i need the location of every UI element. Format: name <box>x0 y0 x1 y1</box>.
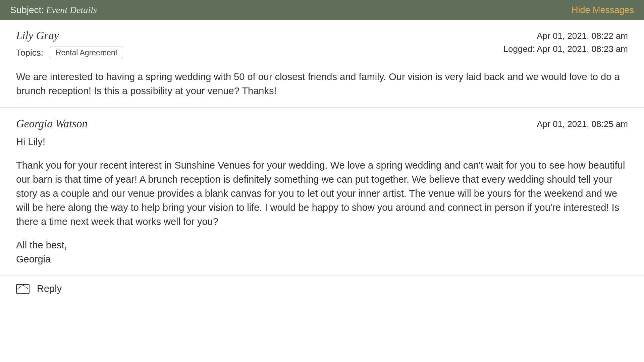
message-body: Hi Lily! Thank you for your recent inter… <box>16 135 628 266</box>
reply-button[interactable]: Reply <box>0 276 644 302</box>
message-timestamp: Apr 01, 2021, 08:25 am <box>537 118 628 131</box>
message-text: We are interested to having a spring wed… <box>16 70 628 98</box>
subject-label: Subject: <box>10 5 44 15</box>
topic-tag[interactable]: Rental Agreement <box>50 47 123 59</box>
message-timestamp: Apr 01, 2021, 08:22 am <box>503 29 628 43</box>
subject-value: Event Details <box>46 5 97 15</box>
reply-label: Reply <box>37 283 62 294</box>
timestamps: Apr 01, 2021, 08:25 am <box>537 118 628 131</box>
sender-topics-group: Lily Gray Topics: Rental Agreement <box>16 29 123 66</box>
message-item: Lily Gray Topics: Rental Agreement Apr 0… <box>0 20 644 108</box>
message-text: Thank you for your recent interest in Su… <box>16 158 628 229</box>
sender-name: Lily Gray <box>16 29 123 42</box>
message-logged-timestamp: Logged: Apr 01, 2021, 08:23 am <box>503 43 628 56</box>
message-body: We are interested to having a spring wed… <box>16 70 628 98</box>
mail-icon <box>16 284 30 294</box>
topics-row: Topics: Rental Agreement <box>16 47 123 59</box>
message-item: Georgia Watson Apr 01, 2021, 08:25 am Hi… <box>0 108 644 276</box>
message-signature: Georgia <box>16 252 628 266</box>
message-header: Georgia Watson Apr 01, 2021, 08:25 am <box>16 118 628 131</box>
hide-messages-link[interactable]: Hide Messages <box>572 5 634 15</box>
timestamps: Apr 01, 2021, 08:22 am Logged: Apr 01, 2… <box>503 29 628 56</box>
message-header: Lily Gray Topics: Rental Agreement Apr 0… <box>16 29 628 66</box>
message-greeting: Hi Lily! <box>16 135 628 149</box>
topics-label: Topics: <box>16 48 43 58</box>
header-bar: Subject: Event Details Hide Messages <box>0 0 644 20</box>
subject-group: Subject: Event Details <box>10 5 97 15</box>
message-signoff: All the best, <box>16 238 628 252</box>
sender-name: Georgia Watson <box>16 118 88 130</box>
